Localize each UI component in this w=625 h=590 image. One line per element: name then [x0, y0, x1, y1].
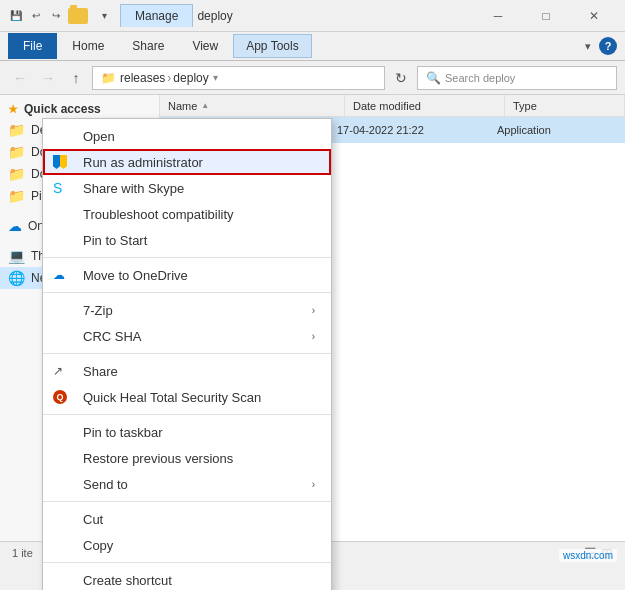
path-releases[interactable]: releases [120, 71, 165, 85]
ribbon-tabs: File Home Share View App Tools ▾ ? [0, 32, 625, 60]
create-shortcut-label: Create shortcut [83, 573, 172, 588]
path-dropdown[interactable]: ▾ [213, 72, 218, 83]
menu-item-cut[interactable]: Cut [43, 506, 331, 532]
up-button[interactable]: ↑ [64, 66, 88, 90]
help-icon[interactable]: ? [599, 37, 617, 55]
folder-icon: 📁 [8, 188, 25, 204]
manage-tab[interactable]: Manage [120, 4, 193, 27]
tab-home[interactable]: Home [59, 34, 117, 58]
quick-access-label: Quick access [24, 102, 101, 116]
save-icon[interactable]: 💾 [8, 8, 24, 24]
crc-sha-label: CRC SHA [83, 329, 142, 344]
search-icon: 🔍 [426, 71, 441, 85]
share-label: Share [83, 364, 118, 379]
menu-item-7zip[interactable]: 7-Zip › [43, 297, 331, 323]
menu-item-send-to[interactable]: Send to › [43, 471, 331, 497]
item-count: 1 ite [12, 547, 33, 559]
cut-label: Cut [83, 512, 103, 527]
menu-item-troubleshoot[interactable]: Troubleshoot compatibility [43, 201, 331, 227]
menu-item-crc-sha[interactable]: CRC SHA › [43, 323, 331, 349]
menu-item-open[interactable]: Open [43, 123, 331, 149]
search-placeholder: Search deploy [445, 72, 515, 84]
send-to-arrow: › [312, 479, 315, 490]
menu-separator-5 [43, 501, 331, 502]
window-title: deploy [197, 9, 475, 23]
file-date-cell: 17-04-2022 21:22 [337, 124, 497, 136]
menu-item-pin-start[interactable]: Pin to Start [43, 227, 331, 253]
redo-icon[interactable]: ↪ [48, 8, 64, 24]
ribbon-collapse-icon[interactable]: ▾ [585, 40, 591, 53]
watermark: wsxdn.com [559, 549, 617, 562]
troubleshoot-label: Troubleshoot compatibility [83, 207, 234, 222]
window-controls: ─ □ ✕ [475, 2, 617, 30]
tab-app-tools[interactable]: App Tools [233, 34, 311, 58]
onedrive-icon: ☁ [8, 218, 22, 234]
title-bar: 💾 ↩ ↪ ▾ Manage deploy ─ □ ✕ [0, 0, 625, 32]
quickheal-label: Quick Heal Total Security Scan [83, 390, 261, 405]
folder-icon: 📁 [8, 122, 25, 138]
menu-item-pin-taskbar[interactable]: Pin to taskbar [43, 419, 331, 445]
path-icon: 📁 [101, 71, 116, 85]
title-bar-quick-access: 💾 ↩ ↪ ▾ [8, 8, 112, 24]
context-menu: Open Run as administrator S Share with S… [42, 118, 332, 590]
copy-label: Copy [83, 538, 113, 553]
pin-taskbar-label: Pin to taskbar [83, 425, 163, 440]
move-onedrive-label: Move to OneDrive [83, 268, 188, 283]
refresh-button[interactable]: ↻ [389, 66, 413, 90]
share-skype-label: Share with Skype [83, 181, 184, 196]
col-name-label: Name [168, 100, 197, 112]
menu-item-quickheal[interactable]: Q Quick Heal Total Security Scan [43, 384, 331, 410]
7zip-label: 7-Zip [83, 303, 113, 318]
back-button[interactable]: ← [8, 66, 32, 90]
send-to-label: Send to [83, 477, 128, 492]
menu-item-share[interactable]: ↗ Share [43, 358, 331, 384]
restore-versions-label: Restore previous versions [83, 451, 233, 466]
file-type-cell: Application [497, 124, 617, 136]
quick-access-header: ★ Quick access [0, 99, 159, 119]
undo-icon[interactable]: ↩ [28, 8, 44, 24]
menu-item-create-shortcut[interactable]: Create shortcut [43, 567, 331, 590]
close-button[interactable]: ✕ [571, 2, 617, 30]
path-deploy[interactable]: deploy [173, 71, 208, 85]
computer-icon: 💻 [8, 248, 25, 264]
tab-file[interactable]: File [8, 33, 57, 59]
forward-button[interactable]: → [36, 66, 60, 90]
skype-icon: S [53, 180, 62, 196]
col-name[interactable]: Name ▲ [160, 95, 345, 116]
7zip-arrow: › [312, 305, 315, 316]
minimize-button[interactable]: ─ [475, 2, 521, 30]
address-path[interactable]: 📁 releases › deploy ▾ [92, 66, 385, 90]
crc-sha-arrow: › [312, 331, 315, 342]
tab-view[interactable]: View [179, 34, 231, 58]
quickheal-icon: Q [53, 390, 67, 404]
col-date[interactable]: Date modified [345, 95, 505, 116]
maximize-button[interactable]: □ [523, 2, 569, 30]
menu-item-run-admin[interactable]: Run as administrator [43, 149, 331, 175]
menu-separator-2 [43, 292, 331, 293]
folder-icon: 📁 [8, 144, 25, 160]
col-type[interactable]: Type [505, 95, 625, 116]
folder-icon: 📁 [8, 166, 25, 182]
tab-share[interactable]: Share [119, 34, 177, 58]
share-icon: ↗ [53, 364, 63, 378]
col-sort-icon: ▲ [201, 101, 209, 110]
open-label: Open [83, 129, 115, 144]
menu-separator-1 [43, 257, 331, 258]
path-sep-1: › [167, 71, 171, 85]
menu-item-restore-versions[interactable]: Restore previous versions [43, 445, 331, 471]
shield-icon [53, 155, 67, 169]
address-bar: ← → ↑ 📁 releases › deploy ▾ ↻ 🔍 Search d… [0, 61, 625, 95]
run-admin-label: Run as administrator [83, 155, 203, 170]
dropdown-icon[interactable]: ▾ [96, 8, 112, 24]
menu-separator-3 [43, 353, 331, 354]
star-icon: ★ [8, 103, 18, 116]
col-type-label: Type [513, 100, 537, 112]
search-box[interactable]: 🔍 Search deploy [417, 66, 617, 90]
pin-start-label: Pin to Start [83, 233, 147, 248]
menu-item-copy[interactable]: Copy [43, 532, 331, 558]
file-list-header: Name ▲ Date modified Type [160, 95, 625, 117]
ribbon: File Home Share View App Tools ▾ ? [0, 32, 625, 61]
menu-item-move-onedrive[interactable]: ☁ Move to OneDrive [43, 262, 331, 288]
menu-item-share-skype[interactable]: S Share with Skype [43, 175, 331, 201]
folder-icon [68, 8, 88, 24]
